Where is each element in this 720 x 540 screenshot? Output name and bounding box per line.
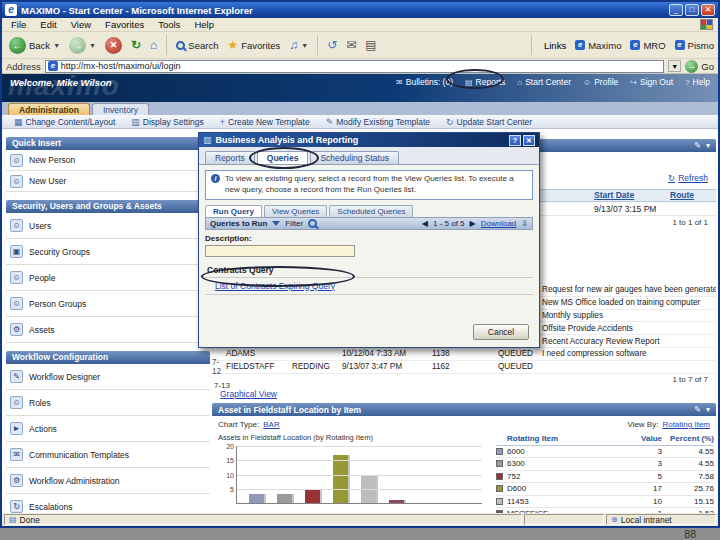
sidebar-item-people[interactable]: ☺People: [6, 265, 210, 291]
pencil-icon[interactable]: ✎: [694, 405, 701, 414]
stat-item[interactable]: 11453: [507, 497, 622, 506]
chart-type-label: Chart Type:: [218, 420, 259, 429]
sidebar-item-roles[interactable]: ☺Roles: [6, 390, 210, 416]
go-button[interactable]: → Go: [685, 60, 714, 73]
sidebar-item-workflow-designer[interactable]: ✎Workflow Designer: [6, 364, 210, 390]
menu-edit[interactable]: Edit: [33, 19, 63, 30]
address-dropdown-button[interactable]: ▼: [668, 60, 681, 72]
column-value[interactable]: Value: [622, 434, 662, 443]
filter-icon[interactable]: [272, 221, 280, 226]
nav-start-center[interactable]: ⌂Start Center: [517, 77, 571, 87]
mail-button[interactable]: ✉: [343, 37, 359, 53]
search-icon[interactable]: [308, 219, 317, 228]
query-link-contracts-expiring[interactable]: List of Contracts Expiring Query: [205, 278, 533, 295]
chevron-down-icon[interactable]: ▾: [706, 141, 710, 150]
view-by-value[interactable]: Rotating Item: [662, 420, 710, 429]
dialog-help-button[interactable]: ?: [509, 135, 521, 146]
stat-item[interactable]: MSOFFICE: [507, 509, 622, 513]
favorites-button[interactable]: ★ Favorites: [224, 37, 283, 53]
chevron-down-icon[interactable]: ▾: [706, 405, 710, 414]
tab-reports[interactable]: Reports: [205, 151, 255, 164]
nav-sign-out[interactable]: ↪Sign Out: [630, 77, 673, 87]
portlet-header-security[interactable]: Security, Users and Groups & Assets: [6, 200, 210, 213]
query-group-row[interactable]: Contracts Query: [205, 263, 533, 278]
portlet-header-quick-insert[interactable]: Quick Insert: [6, 137, 210, 150]
refresh-link[interactable]: ↻ Refresh: [668, 173, 708, 183]
sidebar-item-escalations[interactable]: ↻Escalations: [6, 494, 210, 513]
sidebar-item-new-user[interactable]: ☺New User: [6, 171, 210, 192]
tab-scheduling-status[interactable]: Scheduling Status: [310, 151, 399, 164]
prev-page-icon[interactable]: ◀: [422, 219, 428, 228]
action-create-template[interactable]: +Create New Template: [220, 117, 310, 127]
link-button-label: MRO: [643, 40, 665, 51]
link-button-maximo[interactable]: eMaximo: [575, 40, 621, 51]
column-percent[interactable]: Percent (%): [662, 434, 714, 443]
subtab-run-query[interactable]: Run Query: [205, 205, 262, 217]
back-button[interactable]: ← Back ▼: [6, 36, 63, 55]
link-button-mro[interactable]: eMRO: [630, 40, 665, 51]
stat-item[interactable]: 6000: [507, 447, 622, 456]
sidebar-item-new-person[interactable]: ☺New Person: [6, 150, 210, 171]
tab-queries[interactable]: Queries: [257, 151, 309, 164]
menu-tools[interactable]: Tools: [151, 19, 187, 30]
sidebar-item-workflow-administration[interactable]: ⚙Workflow Administration: [6, 468, 210, 494]
action-update-start-center[interactable]: ↻Update Start Center: [446, 117, 532, 127]
menu-view[interactable]: View: [64, 19, 98, 30]
inbox-row[interactable]: ADAMS10/12/04 7:33 AM1138QUEUEDI need co…: [212, 348, 716, 361]
close-button[interactable]: ✕: [701, 4, 715, 16]
sidebar-item-assets[interactable]: ⚙Assets: [6, 317, 210, 343]
download-icon[interactable]: ⇩: [521, 219, 528, 228]
action-change-layout[interactable]: ▦Change Content/Layout: [14, 117, 115, 127]
sidebar-item-person-groups[interactable]: ☺Person Groups: [6, 291, 210, 317]
graphical-view-link[interactable]: Graphical View: [220, 389, 277, 399]
column-start-date[interactable]: Start Date: [594, 190, 634, 200]
minimize-button[interactable]: _: [669, 4, 683, 16]
stat-item[interactable]: D600: [507, 484, 622, 493]
action-modify-template[interactable]: ✎Modify Existing Template: [326, 117, 430, 127]
search-button[interactable]: Search: [173, 39, 221, 52]
maximize-button[interactable]: □: [685, 4, 699, 16]
stop-button[interactable]: ✕: [102, 36, 125, 55]
filter-label[interactable]: Filter: [285, 219, 303, 228]
media-button[interactable]: ♫▼: [286, 37, 311, 53]
nav-bulletins[interactable]: ✉Bulletins: (0): [396, 77, 453, 87]
refresh-button[interactable]: ↻: [128, 37, 144, 53]
next-page-icon[interactable]: ▶: [470, 219, 476, 228]
tab-administration[interactable]: Administration: [8, 103, 90, 115]
download-link[interactable]: Download: [481, 219, 517, 228]
cancel-button[interactable]: Cancel: [473, 324, 529, 340]
sidebar-item-actions[interactable]: ►Actions: [6, 416, 210, 442]
subtab-view-queries[interactable]: View Queries: [264, 205, 327, 217]
dialog-close-button[interactable]: ✕: [523, 135, 535, 146]
portlet-header-asset-chart[interactable]: Asset in Fieldstaff Location by Item ✎ ▾: [212, 403, 716, 416]
description-filter-input[interactable]: [205, 245, 355, 257]
menu-favorites[interactable]: Favorites: [98, 19, 151, 30]
menu-file[interactable]: File: [4, 19, 33, 30]
menu-help[interactable]: Help: [187, 19, 221, 30]
column-rotating-item[interactable]: Rotating Item: [507, 434, 622, 443]
print-button[interactable]: ▤: [362, 37, 379, 53]
nav-help[interactable]: ?Help: [685, 77, 710, 87]
sidebar-item-security-groups[interactable]: ▣Security Groups: [6, 239, 210, 265]
portlet-header-workflow[interactable]: Workflow Configuration: [6, 351, 210, 364]
nav-reports[interactable]: ▤Reports: [465, 77, 505, 87]
sidebar-item-communication-templates[interactable]: ✉Communication Templates: [6, 442, 210, 468]
actions-icon: ►: [10, 422, 23, 435]
stat-item[interactable]: 752: [507, 472, 622, 481]
stat-item[interactable]: 6300: [507, 459, 622, 468]
pencil-icon[interactable]: ✎: [694, 141, 701, 150]
chart-type-value[interactable]: BAR: [263, 420, 279, 429]
address-url: http://mx-host/maximo/ui/login: [61, 61, 181, 71]
address-input[interactable]: e http://mx-host/maximo/ui/login: [45, 60, 664, 73]
history-button[interactable]: ↺: [324, 37, 340, 53]
home-button[interactable]: ⌂: [147, 37, 160, 53]
sidebar-item-users[interactable]: ☺Users: [6, 213, 210, 239]
nav-profile[interactable]: ☺Profile: [583, 77, 618, 87]
tab-inventory[interactable]: Inventory: [92, 103, 149, 115]
forward-button[interactable]: → ▼: [66, 36, 99, 55]
action-display-settings[interactable]: ▥Display Settings: [131, 117, 203, 127]
subtab-scheduled-queries[interactable]: Scheduled Queries: [329, 205, 413, 217]
link-button-pismo[interactable]: ePismo: [675, 40, 714, 51]
inbox-row[interactable]: 7-12FIELDSTAFFREDDING9/13/07 3:47 PM1162…: [212, 361, 716, 374]
column-route[interactable]: Route: [670, 190, 694, 200]
